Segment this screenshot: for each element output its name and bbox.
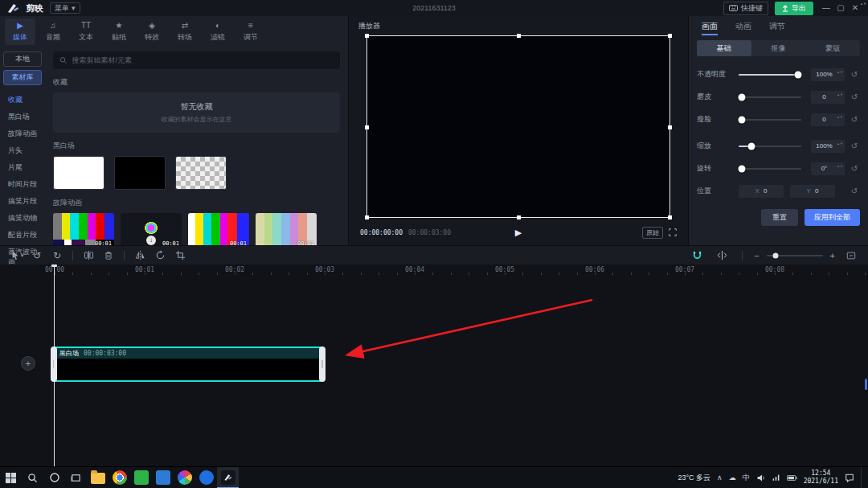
playhead[interactable] [54, 265, 55, 466]
clip-trim-handle-right[interactable] [319, 347, 326, 382]
stepper-arrows-icon[interactable]: ▲▼ [837, 164, 843, 168]
hidden-icons-chevron[interactable]: ∧ [717, 474, 723, 482]
fullscreen-icon[interactable] [669, 228, 677, 236]
nav-item-intro[interactable]: 片头 [3, 142, 42, 159]
taskbar-clock[interactable]: 12:54 2021/6/11 [804, 470, 838, 486]
menu-dropdown[interactable]: 菜单▾ [50, 2, 80, 14]
nav-item-funny-animals[interactable]: 搞笑动物 [3, 210, 42, 227]
battery-icon[interactable] [787, 474, 797, 482]
subtab-basic[interactable]: 基础 [697, 40, 751, 56]
zoom-in-button[interactable]: + [830, 251, 835, 260]
shortcuts-button[interactable]: 快捷键 [723, 2, 768, 15]
maximize-button[interactable]: ▢ [834, 2, 847, 14]
reset-smooth-skin-icon[interactable]: ↺ [849, 92, 860, 101]
blackwhite-thumb-white[interactable] [53, 156, 104, 190]
preview-handle[interactable] [517, 215, 521, 219]
tab-media[interactable]: ▶媒体 [5, 18, 35, 45]
preview-quality-dropdown[interactable]: 原始 [642, 227, 663, 239]
timeline-clip-blackwhite[interactable]: 黑白场 00:00:03:00 [53, 347, 323, 382]
subtab-mask[interactable]: 蒙版 [805, 40, 860, 56]
reset-rotation-icon[interactable]: ↺ [849, 164, 860, 173]
blackwhite-thumb-transparent[interactable] [175, 156, 227, 190]
nav-item-voiceover-clips[interactable]: 配音片段 [3, 227, 42, 244]
nav-item-outro[interactable]: 片尾 [3, 159, 42, 176]
reset-slim-face-icon[interactable]: ↺ [849, 115, 860, 124]
nav-item-funny-clips[interactable]: 搞笑片段 [3, 193, 42, 210]
cortana-button[interactable] [43, 467, 65, 488]
app-photos[interactable] [152, 467, 174, 488]
tab-animation[interactable]: 动画 [734, 18, 753, 35]
timeline-ruler[interactable]: 00:00 00:01 00:02 00:03 00:04 00:05 00:0… [0, 265, 868, 279]
weather-widget[interactable]: 23°C 多云 [678, 473, 710, 483]
crop-button[interactable] [171, 248, 189, 263]
reset-scale-icon[interactable]: ↺ [849, 141, 860, 150]
zoom-out-button[interactable]: − [754, 251, 759, 260]
tab-text[interactable]: TT文本 [71, 18, 101, 45]
tab-effects[interactable]: ◈特效 [137, 18, 167, 45]
select-tool-button[interactable]: ▾ [8, 248, 26, 263]
tab-adjustment[interactable]: 调节 [768, 18, 787, 35]
rotation-stepper[interactable]: 0°▲▼ [811, 162, 845, 175]
taskbar-search-button[interactable] [22, 467, 43, 488]
export-button[interactable]: 导出 [775, 2, 813, 15]
preview-handle[interactable] [668, 215, 672, 219]
download-icon[interactable]: ↓ [146, 236, 156, 245]
glitch-thumb[interactable]: 00:01 [256, 213, 317, 245]
close-button[interactable]: ✕ [849, 2, 862, 14]
nav-item-time-clips[interactable]: 时间片段 [3, 176, 42, 193]
tab-audio[interactable]: ♫音频 [38, 18, 68, 45]
timeline-scrollbar[interactable] [865, 379, 867, 390]
position-y-stepper[interactable]: Y0▲▼ [790, 185, 835, 198]
preview-handle[interactable] [365, 34, 369, 38]
task-view-button[interactable] [65, 467, 87, 488]
rotate-button[interactable] [151, 248, 169, 263]
app-green[interactable] [130, 467, 152, 488]
preview-axis-button[interactable] [713, 248, 731, 263]
timeline-zoom-slider[interactable] [767, 255, 823, 256]
app-capcut-active[interactable] [217, 467, 239, 488]
split-button[interactable] [80, 248, 97, 263]
tab-picture[interactable]: 画面 [700, 18, 719, 35]
tab-adjust[interactable]: ≡调节 [235, 18, 266, 45]
cloud-sync-icon[interactable]: ☁ [729, 474, 736, 482]
scale-slider[interactable] [739, 146, 801, 147]
rotation-slider[interactable] [739, 168, 801, 170]
tab-transition[interactable]: ⇄转场 [170, 18, 200, 45]
preview-handle[interactable] [365, 125, 369, 129]
slim-face-slider[interactable] [739, 119, 801, 121]
preview-handle[interactable] [365, 215, 369, 219]
stepper-arrows-icon[interactable]: ▲▼ [837, 70, 843, 74]
apply-to-all-button[interactable]: 应用到全部 [805, 209, 860, 226]
stepper-arrows-icon[interactable]: ▲▼ [837, 141, 843, 146]
timeline[interactable]: 00:00 00:01 00:02 00:03 00:04 00:05 00:0… [0, 265, 868, 466]
glitch-thumb[interactable]: ↓00:01 [121, 213, 182, 245]
opacity-slider[interactable] [739, 74, 801, 76]
app-pinwheel[interactable] [174, 467, 195, 488]
preview-handle[interactable] [517, 34, 521, 38]
start-button[interactable] [0, 467, 22, 488]
slim-face-stepper[interactable]: 0▲▼ [811, 113, 845, 126]
glitch-thumb[interactable]: 00:01 [188, 213, 249, 245]
smooth-skin-stepper[interactable]: 0▲▼ [811, 91, 845, 104]
preview-handle[interactable] [668, 34, 672, 38]
show-desktop-button[interactable] [861, 467, 863, 488]
snap-magnet-button[interactable] [688, 248, 706, 263]
reset-button[interactable]: 重置 [761, 209, 798, 226]
preview-canvas[interactable] [366, 35, 670, 218]
glitch-thumb[interactable]: 00:01 [53, 213, 114, 245]
position-x-stepper[interactable]: X0▲▼ [739, 185, 784, 198]
subtab-chroma[interactable]: 抠像 [751, 40, 806, 56]
notification-center-icon[interactable] [845, 473, 854, 482]
minimize-button[interactable]: — [820, 2, 833, 14]
add-media-button[interactable]: + [21, 356, 35, 371]
app-messenger[interactable] [195, 467, 217, 488]
network-icon[interactable] [772, 474, 780, 482]
opacity-stepper[interactable]: 100%▲▼ [811, 68, 845, 81]
fit-timeline-button[interactable] [842, 248, 860, 263]
stepper-arrows-icon[interactable]: ▲▼ [837, 115, 843, 119]
nav-item-blackwhite[interactable]: 黑白场 [3, 109, 42, 125]
smooth-skin-slider[interactable] [739, 96, 801, 98]
delete-button[interactable] [100, 248, 117, 263]
nav-item-glitch[interactable]: 故障动画 [3, 125, 42, 142]
ime-language-indicator[interactable]: 中 [743, 473, 750, 483]
